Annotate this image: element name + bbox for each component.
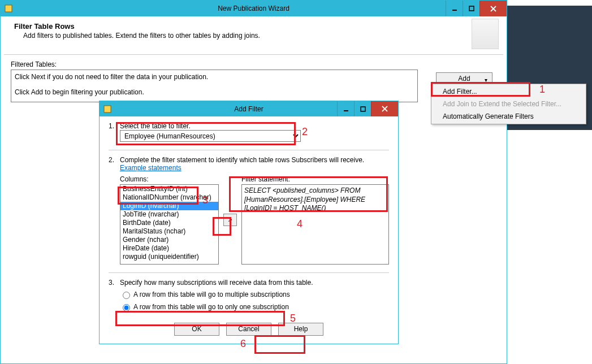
dialog-close-button[interactable] <box>371 101 398 116</box>
dialog-body: 1. Select the table to filter. Employee … <box>100 116 398 344</box>
step3-text: Specify how many subscriptions will rece… <box>120 279 389 287</box>
add-filter-dialog: Add Filter 1. Select the table to filter… <box>99 101 399 344</box>
filtered-hint-1: Click Next if you do not need to filter … <box>15 72 414 82</box>
column-item[interactable]: JobTitle (nvarchar) <box>120 210 218 219</box>
dialog-maximize-button[interactable] <box>354 101 371 116</box>
cancel-button[interactable]: Cancel <box>226 323 271 336</box>
annotation-label-2: 2 <box>302 126 308 138</box>
filter-statement-label: Filter statement: <box>241 175 389 183</box>
radio-single-label: A row from this table will go to only on… <box>133 303 289 311</box>
menu-auto-generate[interactable]: Automatically Generate Filters <box>433 110 585 123</box>
dialog-icon <box>103 105 112 114</box>
wizard-title: New Publication Wizard <box>1 5 507 12</box>
separator-2 <box>109 272 389 273</box>
filtered-tables-box[interactable]: Click Next if you do not need to filter … <box>11 70 418 102</box>
svg-rect-2 <box>469 6 474 11</box>
dialog-buttons: OK Cancel Help <box>109 323 389 336</box>
filtered-hint-2: Click Add to begin filtering your public… <box>15 88 414 97</box>
ok-button[interactable]: OK <box>174 323 219 336</box>
svg-rect-7 <box>361 107 365 111</box>
radio-single[interactable] <box>123 304 130 311</box>
wizard-heading: Filter Table Rows <box>14 22 493 31</box>
columns-label: Columns: <box>120 175 219 183</box>
step3-number: 3. <box>109 279 120 315</box>
window-controls <box>446 1 507 16</box>
column-item[interactable]: MaritalStatus (nchar) <box>120 227 218 236</box>
annotation-label-6: 6 <box>240 338 246 350</box>
column-item[interactable]: BirthDate (date) <box>120 219 218 227</box>
step2-text: Complete the filter statement to identif… <box>120 156 389 172</box>
add-button[interactable]: Add <box>436 72 492 85</box>
step1-number: 1. <box>109 122 120 142</box>
header-graphic <box>472 19 499 49</box>
radio-multiple-row[interactable]: A row from this table will go to multipl… <box>120 290 389 299</box>
annotation-label-4: 4 <box>297 218 303 230</box>
svg-rect-5 <box>104 106 111 112</box>
menu-add-join: Add Join to Extend the Selected Filter..… <box>433 98 585 110</box>
table-select[interactable]: Employee (HumanResources) <box>120 130 301 142</box>
filtered-tables-label: Filtered Tables: <box>11 60 496 68</box>
separator-1 <box>109 150 389 150</box>
menu-add-filter[interactable]: Add Filter... <box>433 85 585 98</box>
filter-statement-textarea[interactable]: SELECT <published_columns> FROM [HumanRe… <box>241 184 389 265</box>
app-icon <box>4 4 13 13</box>
column-item[interactable]: HireDate (date) <box>120 244 218 253</box>
wizard-titlebar[interactable]: New Publication Wizard <box>1 1 507 16</box>
column-item[interactable]: BusinessEntityID (int) <box>120 185 218 193</box>
dialog-titlebar[interactable]: Add Filter <box>100 101 398 116</box>
help-button[interactable]: Help <box>278 323 323 336</box>
step2-number: 2. <box>109 156 120 265</box>
annotation-label-5: 5 <box>290 313 296 324</box>
svg-rect-0 <box>5 5 12 12</box>
step1-text: Select the table to filter. <box>120 122 389 130</box>
move-right-button[interactable]: > <box>223 214 237 226</box>
minimize-button[interactable] <box>446 1 463 16</box>
column-item[interactable]: Gender (nchar) <box>120 236 218 244</box>
step-2: 2. Complete the filter statement to iden… <box>109 156 389 265</box>
add-dropdown-menu: Add Filter... Add Join to Extend the Sel… <box>431 84 586 124</box>
dialog-minimize-button[interactable] <box>337 101 354 116</box>
radio-single-row[interactable]: A row from this table will go to only on… <box>120 302 389 311</box>
add-button-label: Add <box>458 75 470 83</box>
annotation-label-3: 3 <box>202 194 208 206</box>
step-3: 3. Specify how many subscriptions will r… <box>109 279 389 315</box>
radio-multiple[interactable] <box>123 292 130 299</box>
example-statements-link[interactable]: Example statements <box>120 164 182 172</box>
radio-multiple-label: A row from this table will go to multipl… <box>133 291 290 298</box>
dialog-window-controls <box>337 101 398 116</box>
wizard-header: Filter Table Rows Add filters to publish… <box>4 16 503 55</box>
annotation-label-1: 1 <box>539 84 545 96</box>
close-button[interactable] <box>479 1 507 16</box>
wizard-subheading: Add filters to published tables. Extend … <box>23 32 493 40</box>
step2-text-a: Complete the filter statement to identif… <box>120 156 364 164</box>
step-1: 1. Select the table to filter. Employee … <box>109 122 389 142</box>
column-item[interactable]: rowguid (uniqueidentifier) <box>120 253 218 261</box>
maximize-button[interactable] <box>463 1 479 16</box>
